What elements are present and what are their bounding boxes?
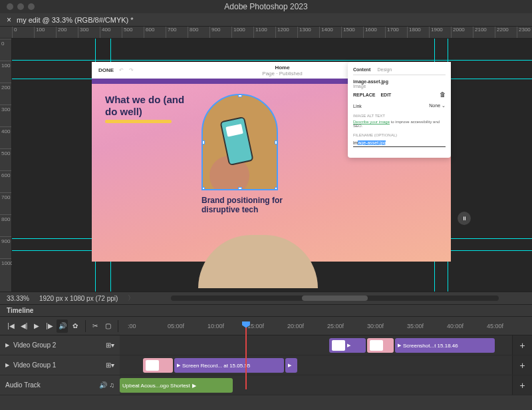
asset-type: Image (353, 84, 446, 89)
tab-content[interactable]: Content (353, 67, 370, 72)
secondary-image (198, 235, 318, 288)
heading-underline (105, 120, 172, 123)
page-status: Page · Published (262, 71, 303, 77)
alt-text-label: IMAGE ALT TEXT (353, 114, 446, 118)
filmstrip-icon[interactable]: ⊞▾ (106, 361, 114, 369)
transition-button[interactable]: ▢ (102, 319, 114, 333)
zoom-level[interactable]: 33.33% (7, 295, 29, 302)
timeline-panel: Timeline |◀ ◀| ▶ |▶ 🔊 ✿ ✂ ▢ :0005:00f10:… (0, 305, 532, 410)
next-frame-button[interactable]: |▶ (44, 319, 55, 333)
window-controls[interactable] (0, 3, 35, 10)
add-clip-button[interactable]: + (512, 335, 532, 355)
redo-icon[interactable]: ↷ (129, 67, 134, 73)
clip[interactable] (367, 338, 394, 353)
split-button[interactable]: ✂ (90, 319, 101, 333)
mute-button[interactable]: 🔊 (57, 319, 68, 333)
music-icon[interactable]: ♫ (110, 381, 115, 389)
expand-icon[interactable]: ▶ (5, 342, 9, 348)
track-audio: Audio Track 🔊 ♫ Upbeat Acous...ogo Short… (0, 375, 532, 395)
titlebar: Adobe Photoshop 2023 (0, 0, 532, 13)
expand-icon[interactable]: ▶ (5, 362, 9, 368)
mute-track-icon[interactable]: 🔊 (99, 381, 107, 389)
trash-icon[interactable]: 🗑 (440, 91, 446, 98)
filename-label: FILENAME (OPTIONAL) (353, 133, 446, 137)
canvas-area[interactable]: DONE ↶ ↷ Home Page · Published ▭ ▯ What … (12, 39, 532, 292)
link-label: Link (353, 104, 362, 108)
horizontal-scrollbar[interactable] (171, 296, 499, 301)
filmstrip-icon[interactable]: ⊞▾ (106, 341, 114, 349)
asset-filename: image-asset.jpg (353, 79, 446, 84)
playhead[interactable] (245, 323, 247, 389)
tab-design[interactable]: Design (377, 67, 392, 72)
section-heading: What we do (and do well) (105, 94, 192, 118)
clip-screenshot[interactable]: ▶Screenshot...t 15.18.46 (395, 338, 495, 353)
track-name: Video Group 2 (13, 341, 56, 349)
clip[interactable]: ▶ (329, 338, 366, 353)
go-start-button[interactable]: |◀ (5, 319, 17, 333)
clip-audio[interactable]: Upbeat Acous...ogo Shortest ▶ (120, 378, 233, 393)
prev-frame-button[interactable]: ◀| (18, 319, 29, 333)
timeline-ruler[interactable]: :0005:00f10:00f15:00f20:00f25:00f30:00f3… (122, 323, 527, 329)
vertical-ruler: 01002003004005006007008009001000 (0, 39, 12, 292)
track-name: Audio Track (5, 381, 41, 389)
clip-screenrec[interactable]: ▶Screen Record... at 15.05.55 (174, 358, 284, 373)
track-video-group-1: ▶ Video Group 1 ⊞▾ ▶Screen Record... at … (0, 355, 532, 375)
link-dropdown[interactable]: None ⌄ (429, 103, 446, 108)
subheading: Brand positioning for disruptive tech (201, 196, 288, 215)
clip[interactable] (143, 358, 173, 373)
play-button[interactable]: ▶ (31, 319, 43, 333)
horizontal-ruler: 0100200300400500600700800900100011001200… (0, 27, 532, 39)
settings-button[interactable]: ✿ (69, 319, 80, 333)
filename-input[interactable]: image-asset.jpg (353, 139, 446, 147)
document-title: my edit @ 33.3% (RGB/8#/CMYK) * (17, 16, 134, 24)
pause-icon[interactable]: ⏸ (458, 212, 471, 225)
timeline-title: Timeline (0, 305, 532, 317)
edit-button[interactable]: EDIT (380, 93, 391, 97)
status-bar: 33.33% 1920 px x 1080 px (72 ppi) 〉 (0, 292, 532, 305)
track-name: Video Group 1 (13, 361, 56, 369)
undo-icon[interactable]: ↶ (119, 67, 124, 73)
clip[interactable]: ▶ (285, 358, 297, 373)
selected-image[interactable] (201, 94, 278, 190)
doc-dimensions: 1920 px x 1080 px (72 ppi) (39, 295, 118, 302)
replace-button[interactable]: REPLACE (353, 93, 375, 97)
properties-panel: Content Design image-asset.jpg Image REP… (348, 62, 451, 158)
page-title: Home (262, 65, 303, 71)
track-video-group-2: ▶ Video Group 2 ⊞▾ ▶ ▶Screenshot...t 15.… (0, 335, 532, 355)
canvas[interactable]: DONE ↶ ↷ Home Page · Published ▭ ▯ What … (92, 62, 451, 262)
chevron-right-icon[interactable]: 〉 (128, 294, 134, 303)
document-tab[interactable]: × my edit @ 33.3% (RGB/8#/CMYK) * (0, 13, 532, 27)
add-clip-button[interactable]: + (512, 375, 532, 395)
close-icon[interactable]: × (7, 15, 11, 25)
add-clip-button[interactable]: + (512, 355, 532, 375)
done-button[interactable]: DONE (98, 67, 114, 73)
app-title: Adobe Photoshop 2023 (224, 2, 307, 11)
